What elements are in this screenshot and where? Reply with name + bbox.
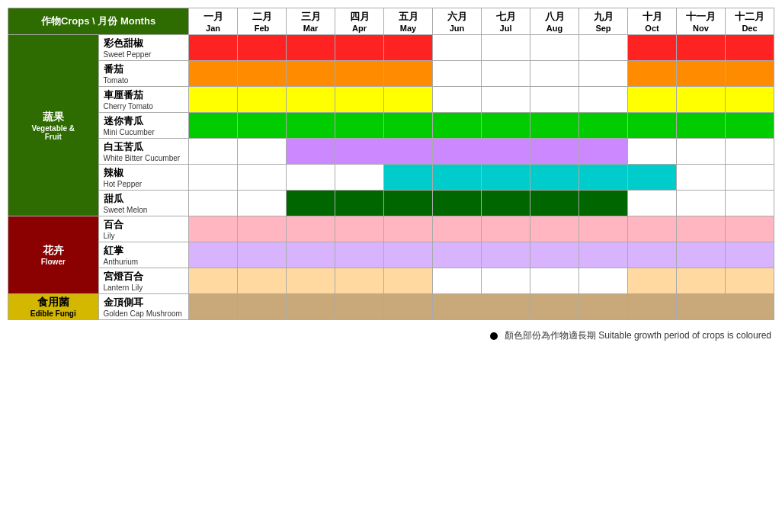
month-header-feb: 二月Feb [238,8,287,35]
month-cell [335,87,384,113]
crop-row: 甜瓜Sweet Melon [8,191,774,216]
month-cell [433,139,482,165]
crop-row: 車厘番茄Cherry Tomato [8,87,774,113]
month-cell [238,61,287,87]
month-cell [482,294,530,320]
month-cell [335,242,384,268]
month-cell [726,242,774,268]
month-cell [238,294,287,320]
header-row: 作物Crops \ 月份 Months 一月Jan二月Feb三月Mar四月Apr… [8,8,774,35]
month-cell [384,139,433,165]
month-cell [287,165,335,191]
month-cell [287,216,335,242]
month-cell [238,268,287,294]
category-cell-2: 食用菌Edible Fungi [8,294,99,320]
month-cell [579,165,628,191]
month-cell [287,294,335,320]
month-cell [579,35,628,61]
crop-name-cell: 百合Lily [98,216,189,242]
month-cell [433,165,482,191]
month-cell [628,191,677,216]
month-cell [530,242,579,268]
category-cell-1: 花卉Flower [8,216,99,294]
month-cell [335,35,384,61]
month-cell [628,139,677,165]
month-cell [384,113,433,139]
month-cell [287,35,335,61]
month-cell [287,268,335,294]
month-cell [530,61,579,87]
month-header-sep: 九月Sep [579,8,628,35]
month-cell [433,268,482,294]
crop-name-cell: 宮燈百合Lantern Lily [98,268,189,294]
month-cell [482,242,530,268]
month-cell [238,113,287,139]
month-cell [189,113,238,139]
month-cell [482,61,530,87]
crop-name-cell: 金頂側耳Golden Cap Mushroom [98,294,189,320]
month-cell [287,139,335,165]
category-cell-0: 蔬果Vegetable &Fruit [8,35,99,216]
month-cell [726,294,774,320]
month-cell [384,165,433,191]
page-wrapper: 作物Crops \ 月份 Months 一月Jan二月Feb三月Mar四月Apr… [8,8,774,342]
month-cell [628,242,677,268]
month-cell [579,242,628,268]
month-cell [677,294,726,320]
month-cell [335,165,384,191]
month-cell [433,242,482,268]
month-cell [579,268,628,294]
month-cell [287,61,335,87]
month-cell [238,165,287,191]
month-cell [530,139,579,165]
month-cell [530,294,579,320]
month-cell [628,216,677,242]
month-cell [433,113,482,139]
month-cell [287,191,335,216]
month-cell [628,61,677,87]
month-cell [530,216,579,242]
month-cell [726,113,774,139]
month-cell [530,35,579,61]
month-cell [628,294,677,320]
month-cell [189,61,238,87]
month-cell [726,216,774,242]
month-cell [433,216,482,242]
month-cell [433,35,482,61]
month-cell [287,242,335,268]
month-header-may: 五月May [384,8,433,35]
month-cell [579,61,628,87]
month-cell [433,87,482,113]
month-header-nov: 十一月Nov [677,8,726,35]
crop-name-cell: 甜瓜Sweet Melon [98,191,189,216]
month-cell [482,216,530,242]
month-cell [482,35,530,61]
month-cell [726,139,774,165]
month-cell [579,87,628,113]
month-cell [384,61,433,87]
crop-row: 白玉苦瓜White Bitter Cucumber [8,139,774,165]
month-cell [726,35,774,61]
month-cell [579,139,628,165]
month-cell [482,113,530,139]
month-cell [677,268,726,294]
crop-name-cell: 彩色甜椒Sweet Pepper [98,35,189,61]
month-cell [482,165,530,191]
month-cell [579,191,628,216]
crop-row: 迷你青瓜Mini Cucumber [8,113,774,139]
month-cell [189,35,238,61]
month-cell [384,87,433,113]
month-cell [335,113,384,139]
month-header-dec: 十二月Dec [726,8,774,35]
month-cell [677,139,726,165]
crop-row: 宮燈百合Lantern Lily [8,268,774,294]
crop-name-cell: 白玉苦瓜White Bitter Cucumber [98,139,189,165]
month-cell [384,191,433,216]
month-cell [238,216,287,242]
month-header-mar: 三月Mar [287,8,335,35]
month-cell [726,61,774,87]
month-cell [189,139,238,165]
month-cell [189,242,238,268]
month-cell [384,35,433,61]
month-cell [287,113,335,139]
